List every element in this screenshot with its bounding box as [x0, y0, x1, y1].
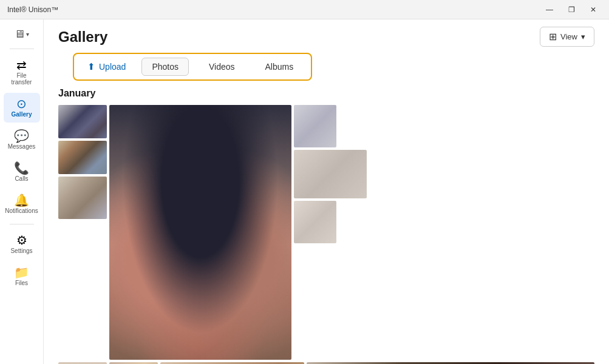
upload-button[interactable]: ⬆ Upload — [81, 59, 132, 75]
gallery-toolbar: ⬆ Upload Photos Videos Albums — [73, 53, 312, 81]
title-bar: Intel® Unison™ — ❐ ✕ — [0, 0, 609, 19]
sidebar-divider-bottom — [10, 224, 34, 224]
chevron-down-icon: ▾ — [26, 31, 29, 38]
gallery-icon: ⊙ — [16, 98, 27, 110]
gallery-scroll[interactable]: January — [44, 88, 609, 364]
app-title: Intel® Unison™ — [7, 5, 58, 14]
list-item[interactable] — [294, 201, 336, 243]
page-title: Gallery — [58, 29, 107, 46]
file-transfer-icon: ⇄ — [16, 59, 27, 71]
list-item[interactable] — [58, 105, 107, 138]
notifications-icon: 🔔 — [14, 194, 29, 206]
upload-label: Upload — [99, 62, 126, 72]
monitor-icon: 🖥 — [14, 28, 25, 41]
view-button[interactable]: ⊞ View ▾ — [540, 27, 594, 47]
sidebar-item-messages[interactable]: 💬 Messages — [4, 125, 40, 155]
month-label: January — [58, 88, 594, 99]
right-thumbnails — [294, 105, 367, 243]
content-header: Gallery ⊞ View ▾ — [44, 19, 609, 47]
list-item[interactable] — [294, 150, 367, 198]
sidebar-divider-top — [10, 49, 34, 49]
small-thumbnails-col — [58, 105, 107, 219]
close-button[interactable]: ✕ — [585, 4, 602, 16]
calls-icon: 📞 — [14, 162, 29, 174]
chevron-down-icon: ▾ — [581, 32, 585, 41]
sidebar-item-label: File transfer — [6, 72, 38, 86]
sidebar-item-settings[interactable]: ⚙ Settings — [4, 229, 40, 259]
app-body: 🖥 ▾ ⇄ File transfer ⊙ Gallery 💬 Messages… — [0, 19, 609, 364]
sidebar-item-label: Calls — [15, 175, 28, 182]
tab-albums[interactable]: Albums — [255, 58, 304, 76]
upload-icon: ⬆ — [87, 61, 95, 72]
sidebar-item-label: Messages — [8, 143, 36, 150]
list-item[interactable] — [294, 105, 336, 147]
main-content: Gallery ⊞ View ▾ ⬆ Upload Photos Videos … — [44, 19, 609, 364]
main-photo[interactable] — [109, 105, 291, 360]
files-icon: 📁 — [14, 266, 29, 278]
sidebar-item-files[interactable]: 📁 Files — [4, 261, 40, 291]
device-selector[interactable]: 🖥 ▾ — [5, 24, 39, 44]
sidebar-item-label: Files — [15, 280, 28, 286]
view-label: View — [560, 32, 577, 41]
window-controls: — ❐ ✕ — [541, 4, 602, 16]
list-item[interactable] — [58, 141, 107, 174]
tab-videos[interactable]: Videos — [199, 58, 245, 76]
minimize-button[interactable]: — — [541, 4, 558, 16]
sidebar-item-calls[interactable]: 📞 Calls — [4, 157, 40, 187]
messages-icon: 💬 — [14, 130, 29, 142]
list-item[interactable] — [58, 177, 107, 219]
tab-photos[interactable]: Photos — [141, 58, 189, 76]
sidebar-item-gallery[interactable]: ⊙ Gallery — [4, 93, 40, 123]
sidebar-item-label: Settings — [10, 248, 32, 254]
sidebar-item-label: Notifications — [5, 207, 38, 214]
grid-icon: ⊞ — [549, 31, 557, 42]
sidebar-item-label: Gallery — [12, 111, 32, 118]
sidebar-item-notifications[interactable]: 🔔 Notifications — [4, 189, 40, 219]
sidebar: 🖥 ▾ ⇄ File transfer ⊙ Gallery 💬 Messages… — [0, 19, 44, 364]
maximize-button[interactable]: ❐ — [563, 4, 580, 16]
sidebar-item-file-transfer[interactable]: ⇄ File transfer — [4, 54, 40, 90]
settings-icon: ⚙ — [16, 234, 27, 246]
